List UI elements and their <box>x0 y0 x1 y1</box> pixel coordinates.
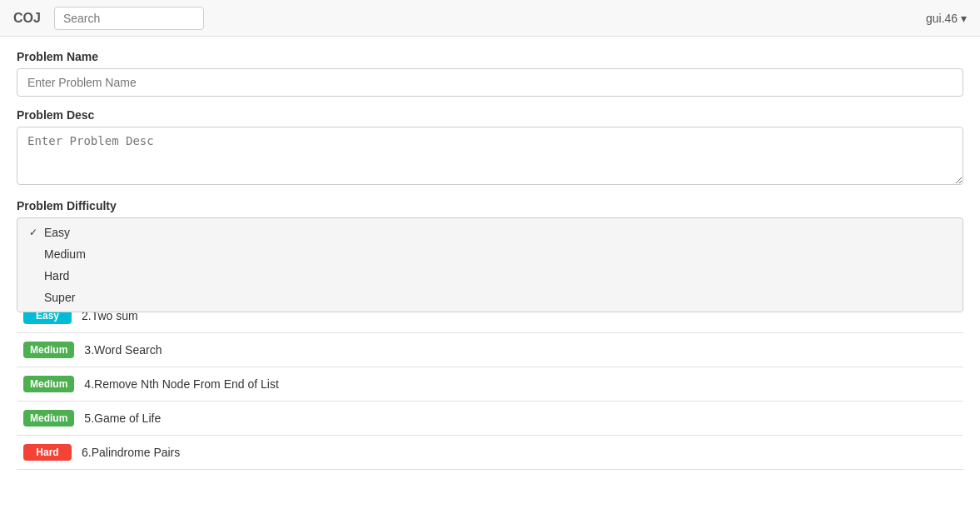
difficulty-option-medium[interactable]: Medium <box>17 243 963 265</box>
difficulty-badge: Medium <box>23 342 74 358</box>
navbar-search-container <box>54 7 204 30</box>
search-input[interactable] <box>54 7 204 30</box>
difficulty-badge: Medium <box>23 410 74 427</box>
problem-name-label: Problem Name <box>17 50 963 63</box>
difficulty-label-easy: Easy <box>44 226 70 239</box>
problem-desc-input[interactable] <box>17 127 963 185</box>
difficulty-option-easy[interactable]: ✓ Easy <box>17 222 963 243</box>
check-icon-easy: ✓ <box>29 227 39 238</box>
difficulty-label-hard: Hard <box>44 269 69 282</box>
difficulty-option-super[interactable]: Super <box>17 287 963 308</box>
brand-logo: COJ <box>13 11 41 26</box>
problem-title[interactable]: 4.Remove Nth Node From End of List <box>84 377 278 391</box>
difficulty-label-super: Super <box>44 291 75 304</box>
problem-difficulty-group: Problem Difficulty ✓ Easy Medium Hard Su… <box>17 199 963 212</box>
difficulty-badge: Hard <box>23 444 72 461</box>
problem-title[interactable]: 6.Palindrome Pairs <box>82 446 180 459</box>
problem-item[interactable]: Medium4.Remove Nth Node From End of List <box>17 367 963 402</box>
problem-title[interactable]: 5.Game of Life <box>84 412 161 425</box>
difficulty-dropdown[interactable]: ✓ Easy Medium Hard Super <box>17 217 963 312</box>
problem-item[interactable]: Medium3.Word Search <box>17 333 963 367</box>
problem-item[interactable]: Medium5.Game of Life <box>17 402 963 436</box>
problem-desc-group: Problem Desc <box>17 108 963 187</box>
problem-title[interactable]: 3.Word Search <box>84 343 162 357</box>
problem-desc-label: Problem Desc <box>17 108 963 122</box>
difficulty-badge: Medium <box>23 376 74 392</box>
user-menu[interactable]: gui.46 ▾ <box>926 12 967 25</box>
problem-name-input[interactable] <box>17 68 963 97</box>
navbar: COJ gui.46 ▾ <box>0 0 980 37</box>
difficulty-label-medium: Medium <box>44 247 86 261</box>
main-content: Problem Name Problem Desc Problem Diffic… <box>0 37 980 483</box>
problem-item[interactable]: Hard6.Palindrome Pairs <box>17 436 963 470</box>
problem-difficulty-label: Problem Difficulty <box>17 199 963 212</box>
problem-name-group: Problem Name <box>17 50 963 97</box>
difficulty-option-hard[interactable]: Hard <box>17 265 963 287</box>
